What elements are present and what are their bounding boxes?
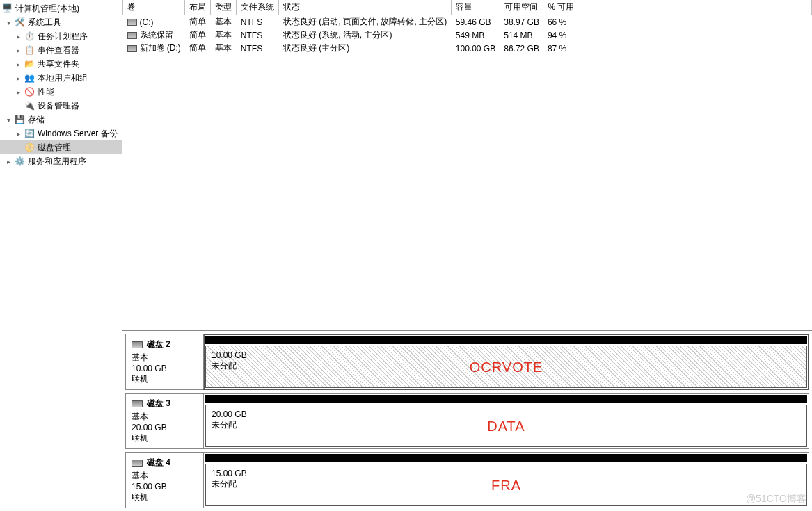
tree-label: Windows Server 备份	[38, 128, 118, 140]
drive-icon	[127, 32, 137, 39]
drive-icon	[127, 45, 137, 52]
tools-icon: 🛠️	[14, 17, 25, 28]
folder-share-icon: 📂	[24, 58, 35, 70]
expand-icon[interactable]: ▸	[14, 60, 22, 68]
event-icon: 📋	[24, 44, 35, 56]
spacer-icon	[14, 102, 22, 110]
col-type[interactable]: 类型	[211, 0, 237, 15]
col-volume[interactable]: 卷	[123, 0, 185, 15]
tree-label: 事件查看器	[38, 44, 79, 56]
col-free[interactable]: 可用空间	[500, 0, 543, 15]
collapse-icon[interactable]: ▾	[4, 115, 13, 124]
col-layout[interactable]: 布局	[185, 0, 211, 15]
disk-state: 联机	[132, 373, 199, 385]
disk-block[interactable]: 磁盘 2基本10.00 GB联机10.00 GB未分配OCRVOTE	[125, 334, 809, 390]
device-icon: 🔌	[24, 100, 35, 111]
partition-area: 15.00 GB未分配FRA	[204, 453, 809, 508]
disk-block[interactable]: 磁盘 3基本20.00 GB联机20.00 GB未分配DATA	[125, 393, 809, 449]
disk-info: 磁盘 4基本15.00 GB联机	[126, 453, 204, 508]
col-status[interactable]: 状态	[279, 0, 452, 15]
expand-icon[interactable]: ▸	[4, 157, 13, 165]
tree-shared-folders[interactable]: ▸ 📂 共享文件夹	[0, 57, 122, 71]
collapse-icon[interactable]: ▾	[4, 18, 13, 26]
expand-icon[interactable]: ▸	[14, 88, 22, 96]
col-pct[interactable]: % 可用	[543, 0, 812, 15]
header-bar	[205, 454, 807, 462]
partition[interactable]: 10.00 GB未分配OCRVOTE	[205, 346, 807, 388]
disk-icon	[132, 400, 143, 407]
partition-area: 10.00 GB未分配OCRVOTE	[204, 334, 809, 389]
disk-block[interactable]: 磁盘 4基本15.00 GB联机15.00 GB未分配FRA	[125, 452, 809, 508]
volume-row[interactable]: (C:)简单基本NTFS状态良好 (启动, 页面文件, 故障转储, 主分区)59…	[123, 15, 812, 29]
tree-label: 存储	[28, 114, 45, 126]
partition[interactable]: 20.00 GB未分配DATA	[205, 405, 807, 447]
storage-icon: 💾	[14, 114, 25, 125]
annotation-label: DATA	[487, 418, 525, 434]
volume-row[interactable]: 系统保留简单基本NTFS状态良好 (系统, 活动, 主分区)549 MB514 …	[123, 29, 812, 42]
tree-label: 磁盘管理	[38, 142, 71, 154]
disk-info: 磁盘 2基本10.00 GB联机	[126, 334, 204, 389]
annotation-label: FRA	[491, 477, 521, 493]
disk-size: 20.00 GB	[132, 423, 199, 432]
tree-local-users[interactable]: ▸ 👥 本地用户和组	[0, 71, 122, 85]
tree-root[interactable]: 🖥️ 计算机管理(本地)	[0, 1, 122, 15]
disk-size: 10.00 GB	[132, 364, 199, 373]
partition[interactable]: 15.00 GB未分配FRA	[205, 464, 807, 506]
disks-pane: 磁盘 2基本10.00 GB联机10.00 GB未分配OCRVOTE磁盘 3基本…	[122, 331, 812, 511]
partition-area: 20.00 GB未分配DATA	[204, 394, 809, 448]
users-icon: 👥	[24, 72, 35, 83]
tree-label: 计算机管理(本地)	[15, 3, 79, 15]
watermark: @51CTO博客	[746, 493, 806, 505]
expand-icon[interactable]: ▸	[14, 74, 22, 82]
disk-type: 基本	[132, 352, 199, 364]
disk-info: 磁盘 3基本20.00 GB联机	[126, 394, 204, 448]
col-capacity[interactable]: 容量	[452, 0, 500, 15]
tree-task-scheduler[interactable]: ▸ ⏱️ 任务计划程序	[0, 29, 122, 43]
disk-state: 联机	[132, 492, 199, 503]
tree-label: 系统工具	[28, 17, 61, 29]
spacer-icon	[14, 143, 22, 152]
services-icon: ⚙️	[14, 156, 25, 167]
clock-icon: ⏱️	[24, 31, 35, 42]
disk-icon	[132, 341, 143, 348]
volume-row[interactable]: 新加卷 (D:)简单基本NTFS状态良好 (主分区)100.00 GB86.72…	[123, 42, 812, 55]
tree-performance[interactable]: ▸ 🚫 性能	[0, 85, 122, 99]
navigation-tree: 🖥️ 计算机管理(本地) ▾ 🛠️ 系统工具 ▸ ⏱️ 任务计划程序 ▸ 📋 事…	[0, 0, 122, 511]
volumes-pane: 卷 布局 类型 文件系统 状态 容量 可用空间 % 可用 (C:)简单基本NTF…	[122, 0, 812, 331]
expand-icon[interactable]: ▸	[14, 46, 22, 54]
tree-label: 性能	[38, 86, 54, 98]
disk-title: 磁盘 3	[147, 398, 170, 409]
tree-event-viewer[interactable]: ▸ 📋 事件查看器	[0, 43, 122, 57]
computer-icon: 🖥️	[1, 3, 13, 14]
tree-device-manager[interactable]: 🔌 设备管理器	[0, 99, 122, 113]
disk-type: 基本	[132, 411, 199, 423]
tree-label: 服务和应用程序	[28, 156, 86, 168]
tree-label: 本地用户和组	[38, 72, 88, 84]
tree-disk-management[interactable]: 📀 磁盘管理	[0, 140, 122, 154]
drive-icon	[127, 19, 137, 26]
volumes-table[interactable]: 卷 布局 类型 文件系统 状态 容量 可用空间 % 可用 (C:)简单基本NTF…	[122, 0, 812, 55]
tree-system-tools[interactable]: ▾ 🛠️ 系统工具	[0, 15, 122, 29]
tree-label: 设备管理器	[38, 100, 79, 112]
expand-icon[interactable]: ▸	[14, 32, 22, 40]
tree-services[interactable]: ▸ ⚙️ 服务和应用程序	[0, 154, 122, 168]
disk-title: 磁盘 2	[147, 339, 170, 350]
tree-label: 共享文件夹	[38, 58, 79, 70]
tree-wsb[interactable]: ▸ 🔄 Windows Server 备份	[0, 127, 122, 140]
backup-icon: 🔄	[24, 128, 35, 139]
disk-title: 磁盘 4	[147, 457, 170, 469]
main-content: 卷 布局 类型 文件系统 状态 容量 可用空间 % 可用 (C:)简单基本NTF…	[122, 0, 812, 511]
col-fs[interactable]: 文件系统	[237, 0, 279, 15]
disk-icon	[132, 460, 143, 467]
annotation-label: OCRVOTE	[470, 359, 543, 375]
expand-icon[interactable]: ▸	[14, 129, 22, 138]
header-bar	[205, 395, 807, 403]
disk-state: 联机	[132, 432, 199, 444]
header-bar	[205, 336, 807, 344]
disk-size: 15.00 GB	[132, 482, 199, 492]
performance-icon: 🚫	[24, 86, 35, 97]
tree-label: 任务计划程序	[38, 31, 88, 42]
disk-icon: 📀	[24, 142, 35, 153]
disk-type: 基本	[132, 470, 199, 482]
tree-storage[interactable]: ▾ 💾 存储	[0, 113, 122, 127]
